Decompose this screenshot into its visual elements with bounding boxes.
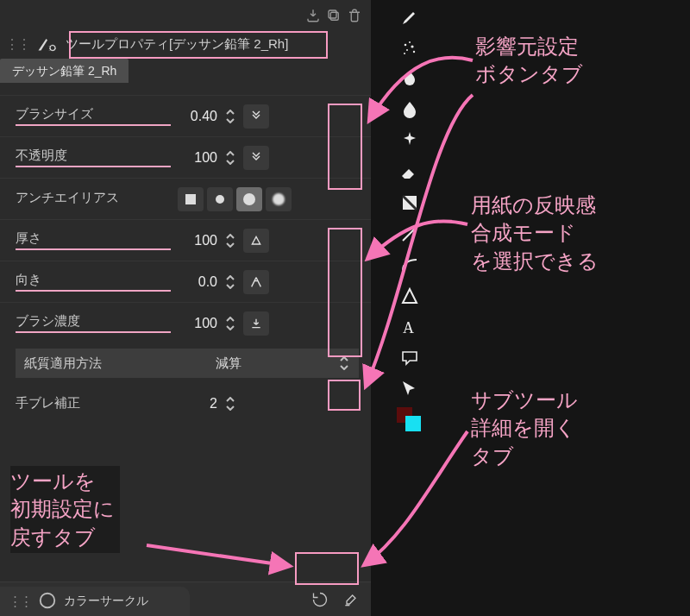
balloon-tool-icon[interactable] — [397, 345, 423, 369]
value-stabilize[interactable]: 2 — [178, 396, 217, 412]
prop-stabilize: 手ブレ補正 2 — [0, 383, 371, 424]
color-circle-bar[interactable]: ⋮⋮ カラーサークル — [0, 587, 190, 616]
prop-brush-size: ブラシサイズ 0.40 — [0, 95, 371, 136]
paper-mode-stepper[interactable] — [338, 355, 350, 372]
value-opacity[interactable]: 100 — [178, 150, 217, 166]
drag-handle-icon[interactable]: ⋮⋮ — [9, 594, 31, 609]
shape-tool-icon[interactable] — [397, 284, 423, 308]
color-swatch-icon[interactable] — [397, 407, 423, 431]
label-opacity: 不透明度 — [16, 148, 171, 167]
curve-tool-icon[interactable] — [397, 253, 423, 277]
blur-tool-icon[interactable] — [397, 98, 423, 123]
svg-point-6 — [411, 45, 413, 47]
panel-title: ツールプロパティ[デッサン鉛筆 2_Rh] — [66, 36, 288, 53]
import-icon[interactable] — [305, 8, 321, 23]
annotation-reset-tool: ツールを 初期設定に 戻すタブ — [10, 466, 120, 553]
shape-button-thickness[interactable] — [243, 229, 269, 253]
download-button-density[interactable] — [243, 311, 269, 336]
panel-top-icons — [0, 0, 371, 31]
panel-title-bar: ⋮⋮ ツールプロパティ[デッサン鉛筆 2_Rh] — [0, 31, 371, 57]
svg-point-2 — [50, 46, 55, 51]
prop-density: ブラシ濃度 100 — [0, 302, 371, 343]
line-tool-icon[interactable] — [397, 222, 423, 246]
label-stabilize: 手ブレ補正 — [16, 395, 171, 413]
label-thickness: 厚さ — [16, 230, 171, 250]
color-circle-icon — [38, 591, 57, 613]
move-tool-icon[interactable] — [397, 376, 423, 400]
antialias-choice — [178, 187, 292, 211]
tool-property-icon — [36, 36, 59, 52]
label-brush-size: ブラシサイズ — [16, 106, 171, 126]
annotation-paper-mode: 用紙の反映感 合成モード を選択できる — [471, 192, 599, 275]
prop-antialias: アンチエイリアス — [0, 178, 371, 219]
reset-tool-icon[interactable] — [307, 588, 333, 612]
prop-paper-mode[interactable]: 紙質適用方法 減算 — [16, 349, 359, 378]
subtool-detail-icon[interactable] — [338, 588, 364, 612]
antialias-weak[interactable] — [207, 187, 233, 211]
airbrush-tool-icon[interactable] — [397, 36, 423, 60]
gradient-tool-icon[interactable] — [397, 191, 423, 215]
label-antialias: アンチエイリアス — [16, 190, 171, 208]
svg-point-9 — [404, 53, 405, 54]
prop-thickness: 厚さ 100 — [0, 219, 371, 261]
prop-direction: 向き 0.0 — [0, 261, 371, 302]
antialias-strong[interactable] — [266, 187, 292, 211]
subtool-tab-row: デッサン鉛筆 2_Rh — [0, 57, 371, 83]
stepper-stabilize[interactable] — [224, 396, 236, 412]
color-circle-label: カラーサークル — [64, 594, 148, 609]
svg-point-4 — [405, 43, 407, 46]
annotation-subtool-detail: サブツール 詳細を開く タブ — [471, 387, 578, 470]
label-direction: 向き — [16, 272, 171, 292]
text-tool-icon[interactable]: A — [397, 315, 423, 339]
prop-opacity: 不透明度 100 — [0, 136, 371, 178]
marker-tool-icon[interactable] — [397, 5, 423, 29]
svg-text:A: A — [403, 319, 414, 336]
svg-point-8 — [413, 51, 415, 53]
influence-button-brush-size[interactable] — [243, 104, 269, 129]
stepper-opacity[interactable] — [224, 149, 236, 166]
decoration-tool-icon[interactable] — [397, 67, 423, 91]
stepper-brush-size[interactable] — [224, 108, 236, 124]
duplicate-icon[interactable] — [326, 8, 342, 23]
eraser-tool-icon[interactable] — [397, 160, 423, 184]
value-thickness[interactable]: 100 — [178, 233, 217, 248]
svg-point-5 — [409, 41, 411, 43]
label-density: ブラシ濃度 — [16, 313, 171, 333]
value-brush-size[interactable]: 0.40 — [178, 109, 217, 124]
sparkle-tool-icon[interactable] — [397, 129, 423, 153]
subtool-tab[interactable]: デッサン鉛筆 2_Rh — [0, 59, 129, 83]
antialias-mid[interactable] — [236, 187, 262, 211]
svg-rect-1 — [329, 10, 336, 18]
label-paper-mode: 紙質適用方法 — [24, 355, 119, 372]
stepper-thickness[interactable] — [224, 232, 236, 248]
influence-button-opacity[interactable] — [243, 146, 269, 170]
stepper-density[interactable] — [224, 315, 236, 331]
trash-icon[interactable] — [347, 8, 362, 23]
antialias-none[interactable] — [178, 187, 204, 211]
svg-point-3 — [41, 593, 55, 607]
value-direction[interactable]: 0.0 — [178, 274, 217, 290]
value-density[interactable]: 100 — [178, 316, 217, 331]
value-paper-mode: 減算 — [128, 355, 329, 372]
drag-handle-icon[interactable]: ⋮⋮ — [5, 36, 29, 53]
svg-rect-0 — [330, 12, 338, 20]
stepper-direction[interactable] — [224, 273, 236, 290]
svg-point-7 — [406, 49, 408, 51]
angle-button-direction[interactable] — [243, 270, 269, 294]
right-toolbar: A — [388, 0, 431, 431]
annotation-influence: 影響元設定 ボタンタブ — [475, 33, 583, 89]
